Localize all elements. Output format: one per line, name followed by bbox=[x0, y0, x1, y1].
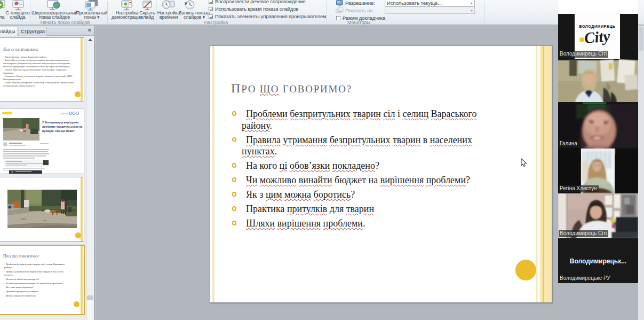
svg-text:вулицях. Про що мова?: вулицях. Про що мова? bbox=[42, 129, 75, 132]
svg-text:Поділитися: Поділитися bbox=[60, 113, 70, 115]
svg-text:проблему бродячих собак на: проблему бродячих собак на bbox=[42, 125, 82, 128]
svg-text:У Володимирці вирішують: У Володимирці вирішують bbox=[42, 121, 79, 124]
